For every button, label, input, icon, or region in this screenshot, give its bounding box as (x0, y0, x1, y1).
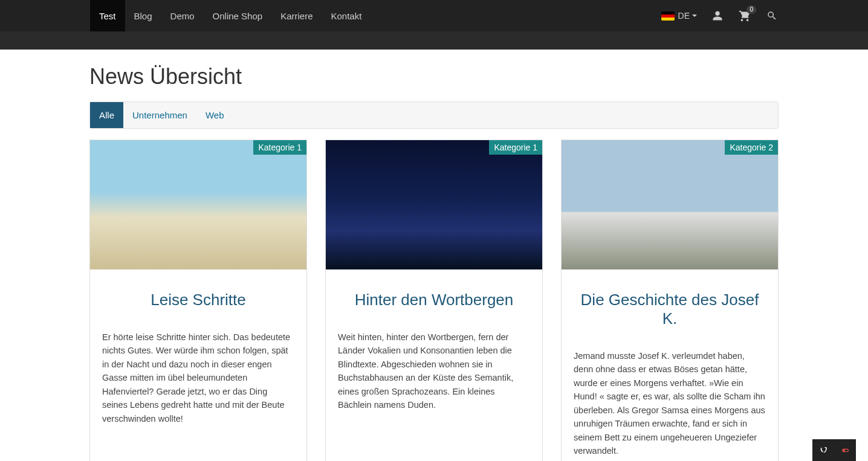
card-image: Kategorie 1 (90, 140, 306, 269)
card-image: Kategorie 1 (326, 140, 542, 269)
filter-tabs: Alle Unternehmen Web (89, 102, 779, 129)
news-card-grid: Kategorie 1 Leise Schritte Er hörte leis… (89, 140, 779, 461)
svg-point-1 (843, 449, 844, 451)
tab-web[interactable]: Web (196, 102, 233, 128)
card-body: Die Geschichte des Josef K. Jemand musst… (562, 269, 778, 461)
card-text: Jemand musste Josef K. verleumdet haben,… (574, 349, 766, 458)
nav-item-kontakt[interactable]: Kontakt (322, 0, 371, 31)
navbar-utilities: DE 0 (661, 0, 777, 31)
subheader-strip (0, 31, 868, 50)
cart-button[interactable]: 0 (738, 9, 751, 22)
card-title[interactable]: Die Geschichte des Josef K. (574, 291, 766, 328)
nav-item-online-shop[interactable]: Online Shop (204, 0, 272, 31)
tab-alle[interactable]: Alle (90, 102, 123, 128)
card-text: Er hörte leise Schritte hinter sich. Das… (102, 330, 294, 425)
page-title: News Übersicht (89, 64, 779, 89)
card-text: Weit hinten, hinter den Wortbergen, fern… (338, 330, 530, 412)
chevron-down-icon (692, 15, 697, 17)
news-card[interactable]: Kategorie 1 Leise Schritte Er hörte leis… (89, 140, 307, 461)
language-label: DE (678, 11, 690, 21)
search-button[interactable] (766, 10, 777, 21)
category-badge: Kategorie 2 (725, 140, 778, 155)
news-card[interactable]: Kategorie 1 Hinter den Wortbergen Weit h… (325, 140, 543, 461)
toggle-off-icon (841, 446, 849, 454)
tab-unternehmen[interactable]: Unternehmen (123, 102, 196, 128)
nav-item-karriere[interactable]: Karriere (271, 0, 322, 31)
nav-item-test[interactable]: Test (90, 0, 125, 31)
cart-count-badge: 0 (747, 5, 756, 14)
admin-toolbar (812, 439, 856, 461)
nav-item-blog[interactable]: Blog (125, 0, 161, 31)
language-selector[interactable]: DE (661, 11, 697, 21)
navbar-primary-links: Test Blog Demo Online Shop Karriere Kont… (0, 0, 661, 31)
card-body: Hinter den Wortbergen Weit hinten, hinte… (326, 269, 542, 461)
category-badge: Kategorie 1 (253, 140, 306, 155)
user-account-button[interactable] (712, 10, 723, 21)
card-title[interactable]: Hinter den Wortbergen (338, 291, 530, 309)
top-navbar: Test Blog Demo Online Shop Karriere Kont… (0, 0, 868, 31)
search-icon (766, 10, 777, 21)
main-container: News Übersicht Alle Unternehmen Web Kate… (89, 64, 779, 461)
card-image: Kategorie 2 (562, 140, 778, 269)
user-icon (712, 10, 723, 21)
flag-de-icon (661, 11, 675, 21)
news-card[interactable]: Kategorie 2 Die Geschichte des Josef K. … (561, 140, 779, 461)
frontend-editing-button[interactable] (834, 439, 856, 461)
typo3-admin-button[interactable] (812, 439, 834, 461)
category-badge: Kategorie 1 (489, 140, 542, 155)
card-title[interactable]: Leise Schritte (102, 291, 294, 309)
card-body: Leise Schritte Er hörte leise Schritte h… (90, 269, 306, 461)
nav-item-demo[interactable]: Demo (161, 0, 204, 31)
typo3-icon (820, 446, 828, 454)
